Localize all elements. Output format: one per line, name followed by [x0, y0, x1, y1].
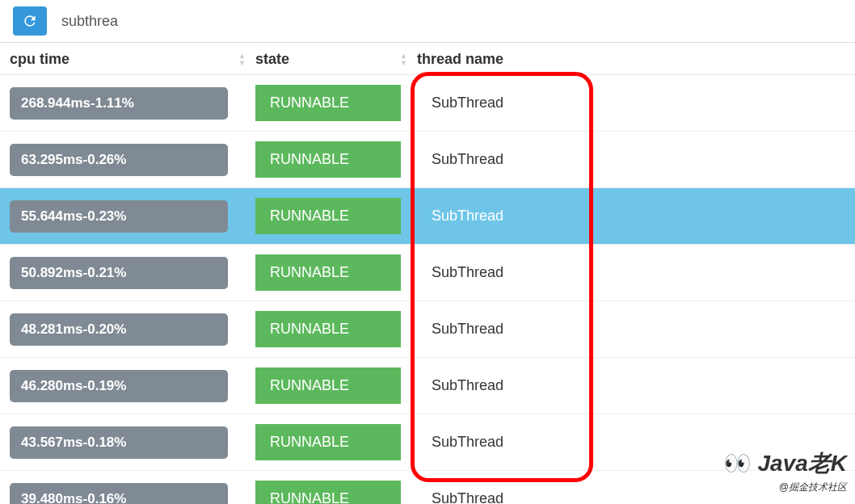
refresh-button[interactable] [13, 6, 47, 36]
table-header: cpu time ▲▼ state ▲▼ thread name [0, 43, 855, 75]
header-label: thread name [417, 51, 503, 68]
thread-name-cell: SubThread [417, 264, 845, 281]
header-label: state [255, 51, 289, 68]
toolbar [0, 0, 855, 43]
header-thread-name[interactable]: thread name [417, 51, 845, 68]
thread-name-cell: SubThread [417, 151, 845, 168]
state-badge: RUNNABLE [255, 85, 401, 121]
cpu-time-badge: 46.280ms-0.19% [10, 370, 228, 402]
thread-name-cell: SubThread [417, 94, 845, 111]
cpu-time-badge: 39.480ms-0.16% [10, 483, 228, 505]
table-row[interactable]: 55.644ms-0.23%RUNNABLESubThread [0, 188, 855, 245]
thread-name-cell: SubThread [417, 321, 845, 338]
watermark-subtitle: @掘金技术社区 [723, 481, 847, 494]
header-state[interactable]: state ▲▼ [255, 51, 417, 68]
table-body: 268.944ms-1.11%RUNNABLESubThread63.295ms… [0, 75, 855, 504]
cpu-time-badge: 63.295ms-0.26% [10, 144, 228, 176]
table-row[interactable]: 268.944ms-1.11%RUNNABLESubThread [0, 75, 855, 132]
refresh-icon [22, 13, 38, 29]
state-badge: RUNNABLE [255, 198, 401, 234]
sort-icon: ▲▼ [400, 52, 407, 67]
thread-name-cell: SubThread [417, 377, 845, 394]
cpu-time-badge: 268.944ms-1.11% [10, 87, 228, 120]
table-row[interactable]: 46.280ms-0.19%RUNNABLESubThread [0, 358, 855, 414]
state-badge: RUNNABLE [255, 368, 401, 404]
thread-name-cell: SubThread [417, 208, 845, 225]
watermark-title: Java老K [723, 448, 847, 479]
table-row[interactable]: 48.281ms-0.20%RUNNABLESubThread [0, 301, 855, 358]
cpu-time-badge: 48.281ms-0.20% [10, 313, 228, 346]
state-badge: RUNNABLE [255, 141, 401, 178]
state-badge: RUNNABLE [255, 424, 401, 460]
sort-icon: ▲▼ [238, 52, 246, 67]
cpu-time-badge: 50.892ms-0.21% [10, 257, 228, 289]
cpu-time-badge: 55.644ms-0.23% [10, 200, 228, 233]
state-badge: RUNNABLE [255, 254, 401, 291]
state-badge: RUNNABLE [255, 311, 401, 347]
table-row[interactable]: 63.295ms-0.26%RUNNABLESubThread [0, 132, 855, 188]
watermark: Java老K @掘金技术社区 [723, 448, 847, 494]
cpu-time-badge: 43.567ms-0.18% [10, 426, 228, 459]
state-badge: RUNNABLE [255, 481, 401, 504]
header-cpu-time[interactable]: cpu time ▲▼ [10, 51, 255, 68]
table-row[interactable]: 50.892ms-0.21%RUNNABLESubThread [0, 245, 855, 301]
search-input[interactable] [58, 8, 845, 35]
header-label: cpu time [10, 51, 69, 68]
